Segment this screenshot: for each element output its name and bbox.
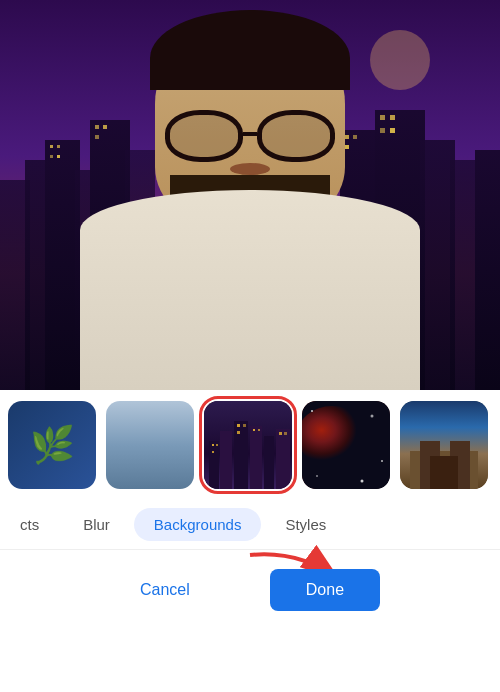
svg-rect-55 [430, 456, 458, 489]
svg-point-47 [371, 415, 374, 418]
svg-rect-14 [57, 145, 60, 148]
svg-rect-10 [420, 140, 455, 390]
svg-point-50 [361, 480, 364, 483]
tab-styles[interactable]: Styles [265, 508, 346, 541]
thumb-blur[interactable] [106, 401, 194, 489]
svg-rect-16 [57, 155, 60, 158]
thumb-space[interactable] [302, 401, 390, 489]
svg-rect-41 [258, 429, 260, 431]
tab-navigation: cts Blur Backgrounds Styles [0, 500, 500, 550]
svg-point-46 [311, 410, 313, 412]
svg-rect-35 [216, 444, 218, 446]
cancel-button[interactable]: Cancel [120, 571, 210, 609]
svg-rect-36 [212, 451, 214, 453]
action-bar: Cancel Done [0, 550, 500, 630]
svg-rect-33 [276, 429, 290, 489]
svg-rect-30 [234, 421, 248, 489]
svg-point-49 [316, 475, 318, 477]
tab-blur[interactable]: Blur [63, 508, 130, 541]
thumbnail-strip [0, 390, 500, 500]
thumb-leaf[interactable] [8, 401, 96, 489]
svg-rect-40 [253, 429, 255, 431]
thumb-arch[interactable] [400, 401, 488, 489]
tab-effects[interactable]: cts [0, 508, 59, 541]
svg-rect-43 [284, 432, 287, 435]
svg-rect-12 [475, 150, 500, 390]
svg-rect-38 [243, 424, 246, 427]
svg-point-48 [381, 460, 383, 462]
video-preview [0, 0, 500, 390]
svg-rect-13 [50, 145, 53, 148]
svg-rect-15 [50, 155, 53, 158]
svg-rect-34 [212, 444, 214, 446]
svg-rect-4 [45, 140, 80, 390]
tab-backgrounds[interactable]: Backgrounds [134, 508, 262, 541]
done-button[interactable]: Done [270, 569, 380, 611]
svg-rect-42 [279, 432, 282, 435]
svg-rect-28 [209, 441, 219, 489]
svg-rect-32 [264, 436, 274, 489]
svg-rect-39 [237, 431, 240, 434]
thumb-city-selected[interactable] [204, 401, 292, 489]
svg-rect-37 [237, 424, 240, 427]
svg-rect-29 [220, 431, 232, 489]
svg-rect-31 [250, 426, 262, 489]
